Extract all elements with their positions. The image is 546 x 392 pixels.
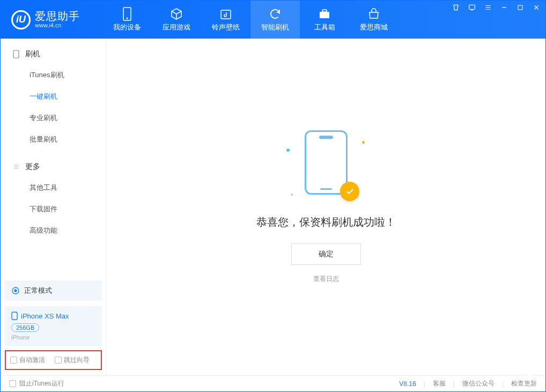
footer: 阻止iTunes运行 V8.16 | 客服 | 微信公众号 | 检查更新 <box>1 375 545 391</box>
option-label: 自动激活 <box>19 356 45 365</box>
logo-icon: iU <box>11 10 31 29</box>
checkmark-badge-icon <box>340 182 359 201</box>
tab-label: 工具箱 <box>314 23 335 32</box>
sidebar-item-label: 高级功能 <box>29 226 57 235</box>
tab-toolbox[interactable]: 工具箱 <box>300 1 349 39</box>
sidebar: 刷机 iTunes刷机 一键刷机 专业刷机 批量刷机 更多 其他工具 下载固件 … <box>1 39 107 375</box>
ok-button[interactable]: 确定 <box>291 243 361 265</box>
sidebar-item-other-tools[interactable]: 其他工具 <box>1 177 106 198</box>
sidebar-item-label: 专业刷机 <box>29 113 57 123</box>
sidebar-item-label: 一键刷机 <box>29 92 57 101</box>
support-link[interactable]: 客服 <box>433 379 446 388</box>
sidebar-heading-more: 更多 <box>1 159 106 177</box>
version-label: V8.16 <box>399 380 416 388</box>
body: 刷机 iTunes刷机 一键刷机 专业刷机 批量刷机 更多 其他工具 下载固件 … <box>1 39 545 375</box>
minimize-button[interactable] <box>499 3 509 12</box>
tab-label: 我的设备 <box>113 23 141 32</box>
tab-ringtone[interactable]: 铃声壁纸 <box>201 1 250 39</box>
svg-point-10 <box>14 290 17 292</box>
shop-icon <box>367 8 380 20</box>
svg-rect-8 <box>13 50 19 58</box>
option-skip-guide[interactable]: 跳过向导 <box>55 356 90 365</box>
heading-label: 刷机 <box>25 49 40 59</box>
sidebar-item-label: iTunes刷机 <box>29 70 64 80</box>
svg-rect-1 <box>518 5 522 10</box>
separator: | <box>424 380 425 388</box>
menu-icon[interactable] <box>483 3 493 12</box>
sync-icon <box>269 8 282 20</box>
checkbox[interactable] <box>10 357 17 364</box>
tab-label: 智能刷机 <box>261 23 289 32</box>
device-phone-icon <box>11 312 18 320</box>
svg-rect-5 <box>320 12 329 18</box>
sidebar-item-firmware[interactable]: 下载固件 <box>1 198 106 220</box>
device-capacity-badge: 256GB <box>11 323 39 332</box>
sidebar-item-oneclick-flash[interactable]: 一键刷机 <box>1 86 106 107</box>
phone-icon <box>121 8 134 20</box>
svg-point-7 <box>527 375 530 378</box>
sidebar-item-pro-flash[interactable]: 专业刷机 <box>1 107 106 129</box>
device-card[interactable]: iPhone XS Max 256GB iPhone <box>5 306 102 346</box>
app-window: iU 爱思助手 www.i4.cn 我的设备 应用游戏 铃声壁纸 智能刷机 <box>0 0 546 392</box>
wechat-link[interactable]: 微信公众号 <box>462 379 495 388</box>
tab-label: 铃声壁纸 <box>212 23 240 32</box>
checkbox[interactable] <box>55 357 62 364</box>
svg-point-3 <box>127 17 128 19</box>
success-illustration <box>294 130 358 200</box>
close-button[interactable] <box>532 3 541 12</box>
sidebar-item-label: 其他工具 <box>29 183 57 193</box>
separator: | <box>453 380 455 388</box>
status-label: 正常模式 <box>24 286 52 295</box>
main-tabs: 我的设备 应用游戏 铃声壁纸 智能刷机 工具箱 爱思商城 <box>102 1 399 39</box>
cube-icon <box>170 8 183 20</box>
svg-rect-6 <box>322 10 327 12</box>
tab-label: 应用游戏 <box>163 23 190 32</box>
sidebar-item-advanced[interactable]: 高级功能 <box>1 220 106 241</box>
logo: iU 爱思助手 www.i4.cn <box>11 10 102 29</box>
window-controls <box>451 3 541 12</box>
tab-apps[interactable]: 应用游戏 <box>152 1 201 39</box>
logo-text-cn: 爱思助手 <box>35 10 80 22</box>
svg-rect-4 <box>221 10 231 19</box>
flash-options-highlight: 自动激活 跳过向导 <box>5 350 102 370</box>
sidebar-item-batch-flash[interactable]: 批量刷机 <box>1 129 106 150</box>
tab-store[interactable]: 爱思商城 <box>349 1 399 39</box>
device-type: iPhone <box>11 334 95 341</box>
status-icon <box>11 286 20 295</box>
heading-label: 更多 <box>25 162 40 172</box>
tab-label: 爱思商城 <box>360 23 388 32</box>
toolbox-icon <box>318 8 331 20</box>
svg-rect-0 <box>469 5 475 9</box>
svg-rect-11 <box>12 312 17 320</box>
logo-text-url: www.i4.cn <box>35 22 80 28</box>
option-label: 阻止iTunes运行 <box>19 379 64 388</box>
tab-smart-flash[interactable]: 智能刷机 <box>250 1 300 39</box>
option-label: 跳过向导 <box>64 356 90 365</box>
sidebar-item-label: 批量刷机 <box>29 135 57 144</box>
block-itunes-option[interactable]: 阻止iTunes运行 <box>9 379 64 388</box>
sidebar-heading-flash: 刷机 <box>1 46 106 64</box>
checkbox[interactable] <box>9 380 16 387</box>
option-auto-activate[interactable]: 自动激活 <box>10 356 45 365</box>
main-panel: 恭喜您，保资料刷机成功啦！ 确定 查看日志 <box>107 39 545 375</box>
device-small-icon <box>12 50 20 58</box>
shirt-icon[interactable] <box>451 3 461 12</box>
feedback-icon[interactable] <box>467 3 477 12</box>
success-message: 恭喜您，保资料刷机成功啦！ <box>256 215 396 230</box>
maximize-button[interactable] <box>515 3 525 12</box>
device-name: iPhone XS Max <box>21 312 69 320</box>
device-status-card[interactable]: 正常模式 <box>5 280 102 301</box>
sidebar-item-label: 下载固件 <box>29 204 57 214</box>
view-log-link[interactable]: 查看日志 <box>313 275 339 284</box>
list-icon <box>12 163 20 171</box>
sidebar-item-itunes-flash[interactable]: iTunes刷机 <box>1 64 106 86</box>
music-folder-icon <box>219 8 232 20</box>
phone-illustration <box>305 130 348 195</box>
tab-my-device[interactable]: 我的设备 <box>102 1 152 39</box>
